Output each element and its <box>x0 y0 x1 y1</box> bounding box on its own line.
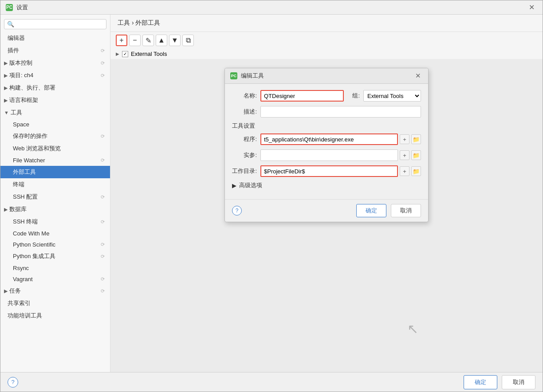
sidebar-item-database[interactable]: ▶数据库 <box>0 203 110 216</box>
sidebar-item-ssh-config[interactable]: SSH 配置 ⟳ <box>0 191 110 203</box>
sidebar-item-label: 构建、执行、部署 <box>9 84 55 91</box>
sidebar-item-plugins[interactable]: 插件 ⟳ <box>0 44 110 57</box>
sidebar-item-tools[interactable]: ▼工具 <box>0 106 110 119</box>
breadcrumb-part2: 外部工具 <box>135 19 160 26</box>
chevron-right-icon: ▶ <box>4 288 8 294</box>
dialog-close-button[interactable]: ✕ <box>413 72 423 80</box>
sync-icon: ⟳ <box>101 157 105 163</box>
args-input[interactable] <box>260 149 398 161</box>
sidebar-item-web-browser[interactable]: Web 浏览器和预览 <box>0 142 110 155</box>
workdir-add-btn[interactable]: + <box>400 166 409 176</box>
sidebar-item-version-control[interactable]: ▶版本控制 ⟳ <box>0 57 110 69</box>
sidebar-item-file-watcher[interactable]: File Watcher ⟳ <box>0 155 110 166</box>
help-button[interactable]: ? <box>232 206 242 216</box>
sidebar-item-python-tools[interactable]: Python 集成工具 ⟳ <box>0 250 110 263</box>
advanced-label: 高级选项 <box>239 181 262 189</box>
args-row: 实参: + 📁 <box>232 149 421 161</box>
tool-settings-header: 工具设置 <box>232 122 421 130</box>
edit-tool-dialog: PC 编辑工具 ✕ 名称: 组: E <box>224 68 429 222</box>
sync-icon: ⟳ <box>101 60 105 66</box>
sidebar-item-space[interactable]: Space <box>0 119 110 130</box>
sidebar-item-lang[interactable]: ▶语言和框架 <box>0 94 110 106</box>
sidebar-item-label: Vagrant <box>13 276 33 282</box>
chevron-right-icon: ▶ <box>4 98 8 103</box>
copy-button[interactable]: ⧉ <box>182 35 194 46</box>
sidebar-item-label: Code With Me <box>13 230 49 237</box>
toolbar: + − ✎ ▲ ▼ ⧉ <box>110 32 543 49</box>
sync-icon: ⟳ <box>101 242 105 247</box>
workdir-folder-btn[interactable]: 📁 <box>411 166 421 176</box>
sidebar-item-rsync[interactable]: Rsync <box>0 263 110 274</box>
desc-label: 描述: <box>232 108 257 116</box>
app-icon: PC <box>6 4 13 11</box>
sidebar-item-label: 共享索引 <box>8 299 31 307</box>
sync-icon: ⟳ <box>101 288 105 294</box>
settings-window: PC 设置 ✕ 🔍 编辑器 插件 ⟳ ▶版本控制 ⟳ ▶项目: <box>0 0 543 392</box>
dialog-body: 名称: 组: External Tools 描述: <box>225 84 428 199</box>
workdir-input-group: + 📁 <box>260 165 421 177</box>
sidebar-item-training-tools[interactable]: 功能培训工具 <box>0 310 110 322</box>
program-input[interactable] <box>260 133 398 145</box>
close-button[interactable]: ✕ <box>526 2 537 12</box>
sidebar-item-label: 终端 <box>13 180 24 188</box>
dialog-icon: PC <box>230 72 237 79</box>
cancel-button[interactable]: 取消 <box>391 204 421 217</box>
ok-button[interactable]: 确定 <box>356 204 386 217</box>
search-box[interactable]: 🔍 <box>4 19 106 29</box>
desc-input[interactable] <box>260 106 421 118</box>
external-tools-label: External Tools <box>131 51 167 57</box>
sidebar-item-label: 项目: ch4 <box>9 72 33 78</box>
program-add-btn[interactable]: + <box>400 134 409 144</box>
dialog-title-text: 编辑工具 <box>241 72 410 80</box>
chevron-right-icon: ▶ <box>4 60 8 66</box>
sidebar-item-vagrant[interactable]: Vagrant ⟳ <box>0 274 110 285</box>
name-label: 名称: <box>232 92 257 100</box>
args-add-btn[interactable]: + <box>400 150 409 160</box>
add-button[interactable]: + <box>116 35 127 46</box>
sidebar-item-label: 功能培训工具 <box>8 312 42 320</box>
group-label: 组: <box>347 92 360 100</box>
move-up-button[interactable]: ▲ <box>156 35 167 46</box>
main-ok-button[interactable]: 确定 <box>464 375 497 389</box>
sidebar-item-terminal[interactable]: 终端 <box>0 178 110 191</box>
chevron-down-icon: ▼ <box>4 110 9 115</box>
workdir-row: 工作目录: + 📁 <box>232 165 421 177</box>
breadcrumb-part1: 工具 <box>118 19 130 26</box>
program-row: 程序: + 📁 <box>232 133 421 145</box>
external-tools-checkbox[interactable]: ✓ <box>122 51 128 57</box>
panel-content: ↖ PC 编辑工具 ✕ 名称: <box>110 59 543 372</box>
sidebar-item-build[interactable]: ▶构建、执行、部署 <box>0 82 110 94</box>
search-input[interactable] <box>16 21 103 27</box>
sidebar-item-external-tools[interactable]: 外部工具 <box>0 166 110 178</box>
workdir-input[interactable] <box>260 165 398 177</box>
sidebar-item-shared-index[interactable]: 共享索引 <box>0 297 110 310</box>
sidebar-item-tasks[interactable]: ▶任务 ⟳ <box>0 285 110 297</box>
main-help-button[interactable]: ? <box>8 377 18 388</box>
sidebar-item-label: Python 集成工具 <box>13 252 55 260</box>
workdir-label: 工作目录: <box>232 167 257 175</box>
group-select[interactable]: External Tools <box>363 90 421 102</box>
dialog-footer: ? 确定 取消 <box>225 199 428 222</box>
dialog-title-bar: PC 编辑工具 ✕ <box>225 68 428 84</box>
sidebar-item-label: 版本控制 <box>9 59 32 66</box>
window-title: 设置 <box>16 4 523 12</box>
sidebar-item-label: Web 浏览器和预览 <box>13 145 61 153</box>
sidebar-item-code-with-me[interactable]: Code With Me <box>0 228 110 239</box>
remove-button[interactable]: − <box>129 35 141 46</box>
chevron-right-icon: ▶ <box>4 85 8 90</box>
sidebar-item-python-scientific[interactable]: Python Scientific ⟳ <box>0 239 110 250</box>
sidebar-item-editor[interactable]: 编辑器 <box>0 32 110 44</box>
sidebar-item-ssh-terminal[interactable]: SSH 终端 ⟳ <box>0 216 110 228</box>
sidebar-item-project[interactable]: ▶项目: ch4 ⟳ <box>0 69 110 82</box>
args-folder-btn[interactable]: 📁 <box>411 150 421 160</box>
sync-icon: ⟳ <box>101 133 105 139</box>
name-input[interactable] <box>260 90 344 102</box>
chevron-right-icon: ▶ <box>4 207 8 212</box>
sidebar-item-save-ops[interactable]: 保存时的操作 ⟳ <box>0 130 110 142</box>
move-down-button[interactable]: ▼ <box>169 35 181 46</box>
right-panel: 工具 › 外部工具 + − ✎ ▲ ▼ ⧉ ▶ ✓ External Tools <box>110 15 543 372</box>
main-cancel-button[interactable]: 取消 <box>502 375 535 389</box>
advanced-section[interactable]: ▶ 高级选项 <box>232 181 421 189</box>
edit-button[interactable]: ✎ <box>142 35 154 46</box>
program-folder-btn[interactable]: 📁 <box>411 134 421 144</box>
